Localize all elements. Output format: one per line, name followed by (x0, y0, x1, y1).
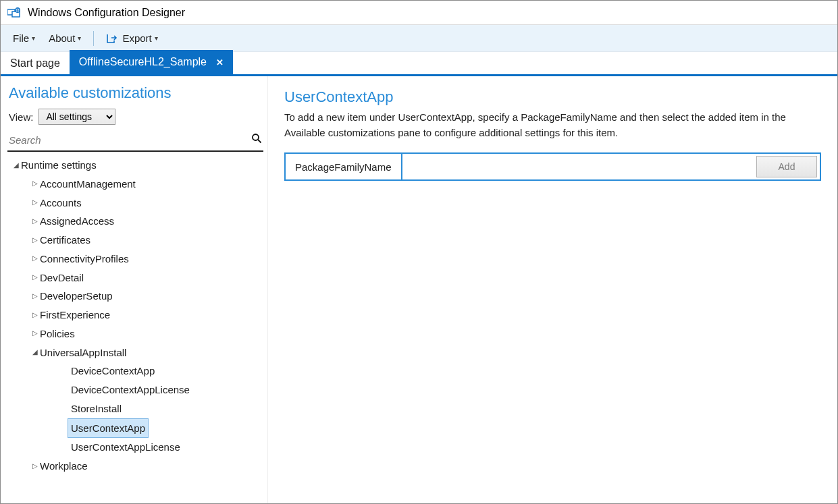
tree-label-selected: UserContextApp (68, 418, 149, 439)
main-title: UserContextApp (284, 88, 821, 106)
tree-label: UserContextAppLicense (71, 438, 180, 457)
tree-label: DeveloperSetup (40, 287, 113, 306)
tree-node-universalappinstall[interactable]: ◢UniversalAppInstall (7, 343, 263, 362)
search-icon[interactable] (251, 133, 262, 146)
tree-label: ConnectivityProfiles (40, 250, 129, 269)
menu-about-label: About (49, 32, 75, 44)
caret-collapsed-icon: ▷ (30, 177, 40, 190)
tree-label: AccountManagement (40, 175, 136, 194)
sidebar: Available customizations View: All setti… (1, 76, 268, 503)
view-select[interactable]: All settings (38, 109, 115, 125)
tree-node-certificates[interactable]: ▷Certificates (7, 231, 263, 250)
tree-node-connectivityprofiles[interactable]: ▷ConnectivityProfiles (7, 250, 263, 269)
tabstrip: Start page OfflineSecureHL2_Sample ✕ (1, 52, 837, 76)
tree-node-devicecontextapp[interactable]: ▷DeviceContextApp (7, 362, 263, 381)
chevron-down-icon: ▾ (78, 34, 81, 42)
package-family-name-input[interactable] (402, 154, 754, 179)
search-input[interactable] (9, 134, 251, 146)
titlebar: Windows Configuration Designer (1, 1, 837, 25)
tab-active-project[interactable]: OfflineSecureHL2_Sample ✕ (70, 50, 233, 74)
menu-about[interactable]: About ▾ (42, 30, 88, 47)
tree-label-runtime: Runtime settings (21, 156, 97, 175)
menu-export-label: Export (122, 32, 151, 44)
tree-node-devdetail[interactable]: ▷DevDetail (7, 269, 263, 287)
tree-node-firstexperience[interactable]: ▷FirstExperience (7, 306, 263, 325)
app-logo-icon (7, 7, 22, 18)
tree-node-assignedaccess[interactable]: ▷AssignedAccess (7, 212, 263, 231)
tree-label: UniversalAppInstall (40, 343, 126, 362)
tree-label: Policies (40, 325, 75, 343)
tree-label: Accounts (40, 194, 82, 213)
caret-expanded-icon: ◢ (11, 159, 21, 172)
package-family-row: PackageFamilyName Add (284, 152, 821, 181)
caret-collapsed-icon: ▷ (30, 215, 40, 228)
tree-label: StoreInstall (71, 399, 122, 418)
caret-collapsed-icon: ▷ (30, 234, 40, 247)
caret-expanded-icon: ◢ (30, 346, 40, 359)
tree-node-accounts[interactable]: ▷Accounts (7, 194, 263, 213)
tree-node-runtime-settings[interactable]: ◢ Runtime settings (7, 156, 263, 175)
menu-file[interactable]: File ▾ (6, 30, 42, 47)
tree-label: FirstExperience (40, 306, 110, 325)
tree-node-storeinstall[interactable]: ▷StoreInstall (7, 399, 263, 418)
export-icon (106, 33, 118, 44)
close-icon[interactable]: ✕ (216, 57, 224, 67)
tree-label: DeviceContextAppLicense (71, 381, 190, 399)
tab-active-label: OfflineSecureHL2_Sample (79, 56, 207, 68)
content-area: Available customizations View: All setti… (1, 76, 837, 503)
main-description: To add a new item under UserContextApp, … (284, 110, 797, 140)
add-button[interactable]: Add (756, 156, 817, 177)
main-panel: UserContextApp To add a new item under U… (268, 76, 837, 503)
chevron-down-icon: ▾ (155, 34, 158, 42)
tab-start-page[interactable]: Start page (1, 53, 70, 74)
tree-label: DevDetail (40, 269, 84, 287)
menubar: File ▾ About ▾ Export ▾ (1, 25, 837, 52)
tree-label: DeviceContextApp (71, 362, 155, 381)
tab-start-label: Start page (10, 57, 60, 69)
caret-collapsed-icon: ▷ (30, 309, 40, 322)
settings-tree: ◢ Runtime settings ▷AccountManagement ▷A… (7, 156, 263, 476)
sidebar-title: Available customizations (9, 84, 263, 102)
tree-label: Workplace (40, 457, 88, 476)
caret-collapsed-icon: ▷ (30, 290, 40, 303)
svg-line-6 (258, 140, 261, 143)
field-label-packagefamilyname: PackageFamilyName (286, 154, 402, 179)
caret-collapsed-icon: ▷ (30, 460, 40, 473)
tree-label: AssignedAccess (40, 212, 114, 231)
caret-collapsed-icon: ▷ (30, 327, 40, 340)
view-label: View: (9, 111, 33, 123)
caret-collapsed-icon: ▷ (30, 252, 40, 265)
menu-file-label: File (13, 32, 29, 44)
menu-export[interactable]: Export ▾ (99, 30, 164, 47)
tree-label: Certificates (40, 231, 90, 250)
app-title: Windows Configuration Designer (28, 7, 185, 19)
tree-node-usercontextapplicense[interactable]: ▷UserContextAppLicense (7, 438, 263, 457)
caret-collapsed-icon: ▷ (30, 196, 40, 209)
tree-node-workplace[interactable]: ▷Workplace (7, 457, 263, 476)
chevron-down-icon: ▾ (32, 34, 35, 42)
tree-node-devicecontextapplicense[interactable]: ▷DeviceContextAppLicense (7, 381, 263, 399)
svg-point-5 (253, 134, 259, 140)
tree-node-accountmanagement[interactable]: ▷AccountManagement (7, 175, 263, 194)
caret-collapsed-icon: ▷ (30, 271, 40, 284)
tree-node-developersetup[interactable]: ▷DeveloperSetup (7, 287, 263, 306)
tree-node-policies[interactable]: ▷Policies (7, 325, 263, 343)
menu-separator (93, 31, 94, 46)
view-row: View: All settings (9, 109, 263, 125)
tree-node-usercontextapp[interactable]: ▷UserContextApp (7, 418, 263, 439)
search-row (7, 132, 263, 152)
